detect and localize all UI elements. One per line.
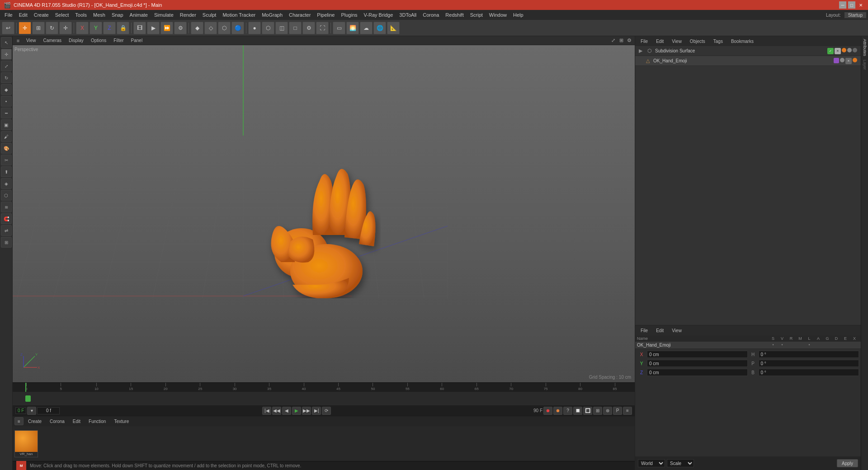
attr-obj-row[interactable]: OK_Hand_Emoji • • • — [635, 342, 861, 349]
menu-tools[interactable]: Tools — [72, 11, 90, 19]
obj-header-edit[interactable]: Edit — [653, 38, 666, 44]
paint-tool[interactable]: 🎨 — [1, 143, 12, 154]
coord-system-select[interactable]: World Object Camera — [638, 459, 665, 467]
preview-record-button[interactable]: ⊛ — [603, 407, 612, 415]
y-axis-button[interactable]: Y — [90, 22, 102, 34]
play-backward-button[interactable]: ◀ — [282, 407, 291, 415]
view-perspective-button[interactable]: ◆ — [191, 22, 203, 34]
vp-menu-cameras[interactable]: Cameras — [41, 38, 65, 43]
vp-toggle-button[interactable]: ≡ — [14, 37, 22, 44]
move-tool-button[interactable]: ✛ — [19, 22, 31, 34]
menu-file[interactable]: File — [2, 11, 15, 19]
vp-maximize-icon[interactable]: ⤢ — [609, 37, 617, 44]
array-tool[interactable]: ⊞ — [1, 237, 12, 248]
frame-input-toggle[interactable]: ▾ — [27, 407, 36, 415]
menu-mesh[interactable]: Mesh — [90, 11, 108, 19]
hand-tag-gray1[interactable] — [840, 58, 844, 62]
x-position[interactable] — [647, 351, 748, 358]
vp-menu-view[interactable]: View — [24, 38, 39, 43]
rotate-tool-button[interactable]: ↻ — [46, 22, 58, 34]
mat-corona[interactable]: Corona — [46, 418, 68, 424]
b-rotation[interactable] — [759, 369, 859, 376]
preview-play-button[interactable]: 🔳 — [583, 407, 592, 415]
tag-check[interactable]: ✓ — [827, 48, 834, 54]
display-full-button[interactable]: ⛶ — [316, 22, 329, 34]
y-position[interactable] — [647, 360, 748, 367]
obj-header-file[interactable]: File — [638, 38, 651, 44]
maximize-button[interactable]: □ — [848, 1, 855, 9]
preview-mode-button[interactable]: P — [613, 407, 622, 415]
step-forward-button[interactable]: ▶▶ — [302, 407, 311, 415]
menu-vray-bridge[interactable]: V-Ray Bridge — [361, 11, 396, 19]
hand-tag-dot[interactable] — [853, 58, 857, 62]
tag-dot-gray1[interactable] — [847, 48, 852, 52]
view-texture-button[interactable]: ⬡ — [218, 22, 231, 34]
render-preview-button[interactable]: 🎞 — [133, 22, 146, 34]
select-tool[interactable]: ↖ — [1, 37, 12, 48]
bevel-tool[interactable]: ◈ — [1, 178, 12, 189]
menu-character[interactable]: Character — [286, 11, 313, 19]
menu-plugins[interactable]: Plugins — [338, 11, 360, 19]
undo-button[interactable]: ↩ — [2, 22, 14, 34]
vp-menu-options[interactable]: Options — [88, 38, 109, 43]
obj-row-subdivision[interactable]: ▶ ⬡ Subdivision Surface ✓ ✕ — [635, 46, 861, 56]
environment-button[interactable]: 🌐 — [373, 22, 386, 34]
tag-dot-orange[interactable] — [842, 48, 846, 52]
display-wire-button[interactable]: ⬡ — [262, 22, 274, 34]
play-button[interactable]: ▶ — [292, 407, 301, 415]
edge-tool[interactable]: ━ — [1, 108, 12, 118]
render-all-button[interactable]: ⏩ — [160, 22, 173, 34]
knife-tool[interactable]: ✂ — [1, 155, 12, 165]
point-tool[interactable]: • — [1, 96, 12, 107]
obj-header-view[interactable]: View — [669, 38, 684, 44]
menu-create[interactable]: Create — [31, 11, 52, 19]
face-tool[interactable]: ▣ — [1, 119, 12, 130]
obj-row-hand[interactable]: △ OK_Hand_Emoji ✕ — [635, 56, 861, 66]
timeline-settings-button[interactable]: ≡ — [623, 407, 632, 415]
material-swatch[interactable]: VR_han — [14, 430, 38, 457]
menu-motion-tracker[interactable]: Motion Tracker — [220, 11, 258, 19]
record-help-button[interactable]: ? — [563, 407, 572, 415]
viewport[interactable]: Perspective — [13, 45, 635, 382]
p-rotation[interactable] — [759, 360, 859, 367]
tag-x[interactable]: ✕ — [835, 48, 841, 54]
menu-animate[interactable]: Animate — [127, 11, 151, 19]
record-button[interactable]: ⏺ — [543, 407, 552, 415]
menu-edit[interactable]: Edit — [16, 11, 30, 19]
foreground-button[interactable]: 📐 — [387, 22, 400, 34]
z-position[interactable] — [647, 369, 748, 376]
rotate-tool[interactable]: ↻ — [1, 72, 12, 83]
display-hidden-button[interactable]: ◫ — [275, 22, 288, 34]
menu-window[interactable]: Window — [486, 11, 509, 19]
loop-cut-tool[interactable]: ⬡ — [1, 190, 12, 201]
attr-view[interactable]: View — [669, 328, 684, 334]
floor-button[interactable]: ▭ — [333, 22, 345, 34]
render-settings-button[interactable]: ⚙ — [174, 22, 187, 34]
z-axis-button[interactable]: Z — [103, 22, 116, 34]
menu-corona[interactable]: Corona — [420, 11, 442, 19]
menu-simulate[interactable]: Simulate — [151, 11, 176, 19]
hand-tag-x[interactable]: ✕ — [845, 58, 852, 64]
layer-tab[interactable]: Layer — [863, 58, 867, 72]
frame-input[interactable] — [37, 407, 60, 414]
menu-pipeline[interactable]: Pipeline — [314, 11, 337, 19]
menu-redshift[interactable]: Redshift — [443, 11, 466, 19]
tag-dot-gray2[interactable] — [853, 48, 857, 52]
attributes-tab[interactable]: Attributes — [863, 37, 867, 58]
vp-menu-panel[interactable]: Panel — [128, 38, 146, 43]
vp-menu-filter[interactable]: Filter — [111, 38, 126, 43]
mat-edit[interactable]: Edit — [69, 418, 84, 424]
timeline-track[interactable] — [13, 392, 635, 405]
go-end-button[interactable]: ▶| — [312, 407, 321, 415]
polygon-tool[interactable]: ◆ — [1, 84, 12, 95]
mirror-tool[interactable]: ⇌ — [1, 225, 12, 236]
minimize-button[interactable]: ─ — [839, 1, 846, 9]
menu-3dtoall[interactable]: 3DToAll — [396, 11, 419, 19]
menu-mograph[interactable]: MoGraph — [259, 11, 285, 19]
go-start-button[interactable]: |◀ — [262, 407, 271, 415]
scale-mode-select[interactable]: Scale Size — [667, 459, 694, 467]
h-rotation[interactable] — [759, 351, 859, 358]
close-button[interactable]: ✕ — [857, 1, 864, 9]
view-parallel-button[interactable]: ◇ — [204, 22, 217, 34]
x-axis-button[interactable]: X — [76, 22, 89, 34]
